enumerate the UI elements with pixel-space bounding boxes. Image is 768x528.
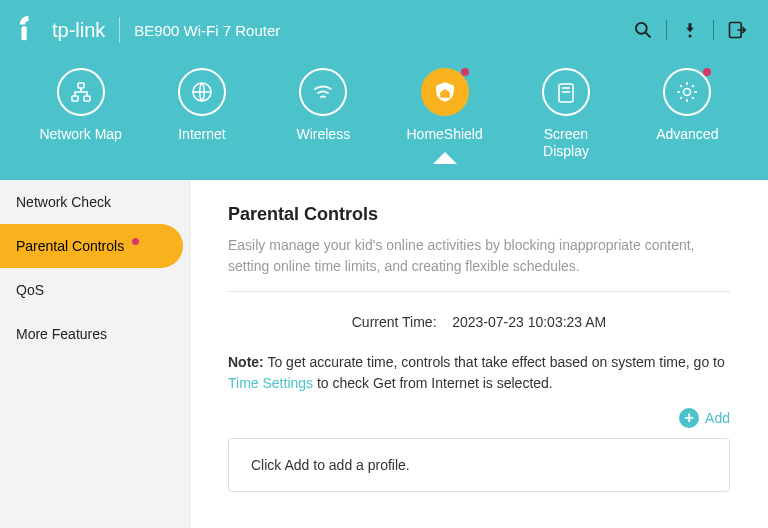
top-header: tp-link BE900 Wi-Fi 7 Router: [0, 0, 768, 60]
note-text-after: to check Get from Internet is selected.: [313, 375, 553, 391]
product-name: BE900 Wi-Fi 7 Router: [134, 22, 280, 39]
add-label: Add: [705, 410, 730, 426]
shield-home-icon: [421, 68, 469, 116]
notification-dot-icon: [703, 68, 711, 76]
current-time-value: 2023-07-23 10:03:23 AM: [452, 314, 606, 330]
tab-wireless[interactable]: Wireless: [268, 68, 378, 143]
current-time-row: Current Time: 2023-07-23 10:03:23 AM: [228, 314, 730, 330]
time-note: Note: To get accurate time, controls tha…: [228, 352, 730, 394]
logout-icon[interactable]: [724, 17, 750, 43]
network-map-icon: [57, 68, 105, 116]
svg-point-9: [636, 23, 647, 34]
tab-label: ScreenDisplay: [543, 126, 589, 160]
tab-label: Wireless: [296, 126, 350, 143]
svg-rect-0: [22, 26, 27, 40]
page-description: Easily manage your kid's online activiti…: [228, 235, 730, 292]
sidebar-item-network-check[interactable]: Network Check: [0, 180, 189, 224]
sidebar-item-qos[interactable]: QoS: [0, 268, 189, 312]
notification-dot-icon: [132, 238, 139, 245]
plus-icon: +: [679, 408, 699, 428]
header-divider: [119, 17, 120, 43]
tab-screen-display[interactable]: ScreenDisplay: [511, 68, 621, 160]
icon-separator: [666, 20, 667, 40]
page-title: Parental Controls: [228, 204, 730, 225]
tab-homeshield[interactable]: HomeShield: [390, 68, 500, 143]
tab-label: HomeShield: [407, 126, 483, 143]
note-prefix: Note:: [228, 354, 264, 370]
sidebar-item-label: More Features: [16, 326, 107, 342]
notification-dot-icon: [461, 68, 469, 76]
brand-logo: tp-link: [18, 14, 105, 47]
sidebar-item-label: Parental Controls: [16, 238, 124, 254]
svg-rect-17: [559, 84, 573, 102]
brand-text: tp-link: [52, 19, 105, 42]
svg-rect-15: [84, 96, 90, 101]
tab-label: Advanced: [656, 126, 718, 143]
body: Network Check Parental Controls QoS More…: [0, 180, 768, 528]
svg-rect-13: [78, 83, 84, 88]
header-actions: [630, 17, 750, 43]
globe-icon: [178, 68, 226, 116]
screen-icon: [542, 68, 590, 116]
sidebar-item-label: Network Check: [16, 194, 111, 210]
note-text: To get accurate time, controls that take…: [267, 354, 724, 370]
svg-point-11: [689, 35, 692, 38]
sidebar-item-more-features[interactable]: More Features: [0, 312, 189, 356]
search-icon[interactable]: [630, 17, 656, 43]
tab-advanced[interactable]: Advanced: [632, 68, 742, 143]
tp-link-icon: [18, 14, 46, 47]
tab-internet[interactable]: Internet: [147, 68, 257, 143]
main-tabs: Network Map Internet Wireless: [0, 60, 768, 180]
tab-label: Network Map: [39, 126, 121, 143]
sidebar-item-label: QoS: [16, 282, 44, 298]
svg-point-20: [684, 89, 691, 96]
add-profile-button[interactable]: + Add: [228, 408, 730, 428]
tab-label: Internet: [178, 126, 225, 143]
gear-icon: [663, 68, 711, 116]
svg-line-10: [646, 33, 651, 38]
tab-network-map[interactable]: Network Map: [26, 68, 136, 143]
icon-separator: [713, 20, 714, 40]
wifi-icon: [299, 68, 347, 116]
current-time-label: Current Time:: [352, 314, 437, 330]
time-settings-link[interactable]: Time Settings: [228, 375, 313, 391]
svg-rect-14: [72, 96, 78, 101]
sidebar-item-parental-controls[interactable]: Parental Controls: [0, 224, 183, 268]
download-icon[interactable]: [677, 17, 703, 43]
content-area: Parental Controls Easily manage your kid…: [190, 180, 768, 528]
sidebar: Network Check Parental Controls QoS More…: [0, 180, 190, 528]
empty-profile-hint: Click Add to add a profile.: [228, 438, 730, 492]
